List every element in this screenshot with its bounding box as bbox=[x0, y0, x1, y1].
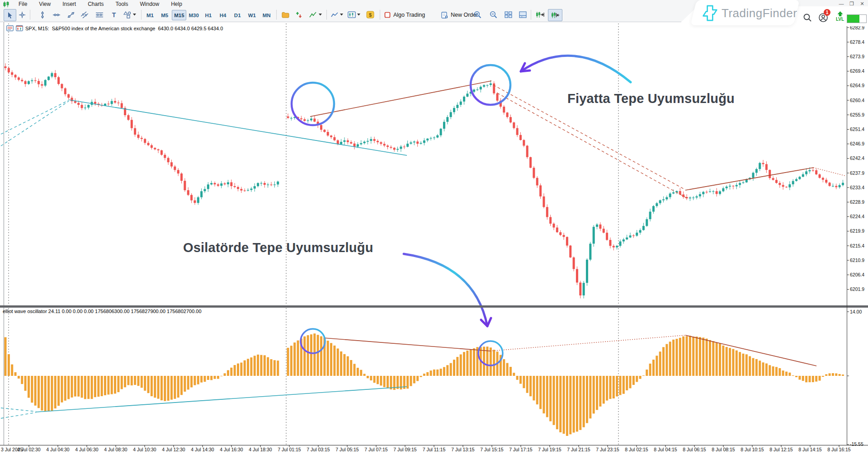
svg-text:8 Jul 12:15: 8 Jul 12:15 bbox=[769, 447, 793, 452]
price-tick-label: 6278.4 bbox=[850, 39, 864, 45]
timeframe-mn[interactable]: MN bbox=[259, 10, 274, 20]
trendline-tool-button[interactable] bbox=[65, 9, 77, 20]
chart-title-row: SPX, M15: S&P500 index of the American s… bbox=[6, 25, 223, 31]
price-tick-label: 6269.4 bbox=[850, 68, 864, 74]
price-tick-label: 6206.4 bbox=[850, 272, 864, 277]
svg-text:4 Jul 12:30: 4 Jul 12:30 bbox=[162, 447, 185, 452]
zoom-in-button[interactable] bbox=[471, 9, 484, 20]
panel-separator[interactable] bbox=[0, 305, 868, 308]
chevron-down-icon bbox=[319, 14, 322, 16]
toolbar-separator bbox=[30, 10, 30, 19]
minimize-button[interactable]: — bbox=[838, 0, 844, 7]
price-tick-label: 6273.9 bbox=[850, 54, 864, 59]
price-tick-label: 6237.9 bbox=[850, 170, 864, 176]
svg-text:-15.55: -15.55 bbox=[850, 441, 863, 447]
timeframe-m1[interactable]: M1 bbox=[143, 10, 157, 20]
chevron-down-icon bbox=[340, 14, 343, 16]
price-tick-label: 6264.9 bbox=[850, 83, 864, 88]
svg-text:4 Jul 16:30: 4 Jul 16:30 bbox=[220, 447, 243, 452]
divergence-lines[interactable] bbox=[1, 81, 845, 418]
oscillator-label: elliot wave oscillator 24.11 0.00 0.00 0… bbox=[3, 309, 202, 314]
candle-chart-type-button[interactable] bbox=[346, 9, 362, 20]
profiles-arrows-icon[interactable] bbox=[293, 9, 306, 20]
svg-text:4 Jul 08:30: 4 Jul 08:30 bbox=[104, 447, 127, 452]
auto-scroll-button[interactable] bbox=[533, 9, 546, 20]
menu-file[interactable]: File bbox=[13, 1, 33, 7]
level-progress-fill bbox=[847, 15, 859, 23]
tradingfinder-logo-icon bbox=[702, 5, 718, 22]
chart-canvas[interactable]: 6282.96278.46273.96269.46264.96260.46255… bbox=[0, 22, 868, 454]
timeframe-h4[interactable]: H4 bbox=[216, 10, 230, 20]
toolbar-separator bbox=[141, 10, 142, 19]
timeframe-m5[interactable]: M5 bbox=[157, 10, 172, 20]
svg-text:8 Jul 04:15: 8 Jul 04:15 bbox=[654, 447, 677, 452]
timeframe-d1[interactable]: D1 bbox=[230, 10, 245, 20]
svg-text:7 Jul 05:15: 7 Jul 05:15 bbox=[335, 447, 359, 452]
horizontal-line-tool-button[interactable] bbox=[51, 9, 62, 20]
vertical-line-tool-button[interactable] bbox=[37, 9, 48, 20]
menu-items: FileViewInsertChartsToolsWindowHelp bbox=[13, 1, 188, 7]
svg-text:7 Jul 19:15: 7 Jul 19:15 bbox=[538, 447, 561, 452]
watermark-icons: 1 LVL bbox=[800, 11, 868, 25]
line-chart-type-button[interactable] bbox=[329, 9, 344, 20]
fibonacci-tool-button[interactable] bbox=[94, 9, 105, 20]
algo-trading-icon bbox=[384, 12, 391, 18]
svg-text:7 Jul 21:15: 7 Jul 21:15 bbox=[567, 447, 590, 452]
toolbar-separator bbox=[326, 10, 327, 19]
tile-windows-button[interactable] bbox=[502, 9, 514, 20]
svg-text:7 Jul 13:15: 7 Jul 13:15 bbox=[451, 447, 475, 452]
new-order-icon bbox=[441, 11, 448, 19]
price-tick-label: 6219.9 bbox=[850, 228, 864, 234]
price-tick-label: 6246.9 bbox=[850, 141, 864, 146]
crosshair-tool-button[interactable] bbox=[16, 9, 28, 20]
chevron-down-icon bbox=[133, 14, 136, 16]
price-scale[interactable] bbox=[847, 22, 849, 445]
currency-button[interactable]: $ bbox=[364, 9, 376, 20]
shapes-tool-button[interactable] bbox=[122, 9, 138, 20]
menu-view[interactable]: View bbox=[33, 1, 57, 7]
svg-text:8 Jul 16:15: 8 Jul 16:15 bbox=[827, 447, 851, 452]
svg-text:8 Jul 14:15: 8 Jul 14:15 bbox=[798, 447, 822, 452]
menu-charts[interactable]: Charts bbox=[82, 1, 109, 7]
mt5-logo-icon bbox=[3, 1, 10, 7]
price-tick-label: 6260.4 bbox=[850, 98, 864, 103]
zoom-out-button[interactable] bbox=[487, 9, 500, 20]
menu-tools[interactable]: Tools bbox=[110, 1, 134, 7]
price-tick-label: 6228.9 bbox=[850, 199, 864, 205]
window-layout-button[interactable] bbox=[516, 9, 529, 20]
quotes-list-icon bbox=[6, 25, 14, 31]
algo-trading-button[interactable]: Algo Trading bbox=[384, 9, 425, 20]
price-tick-label: 6233.4 bbox=[850, 185, 864, 190]
menu-help[interactable]: Help bbox=[165, 1, 188, 7]
timeframe-m15[interactable]: M15 bbox=[172, 10, 186, 20]
restore-button[interactable]: ❐ bbox=[849, 0, 855, 7]
chart-shift-button[interactable] bbox=[548, 9, 562, 21]
channel-tool-button[interactable] bbox=[79, 9, 90, 20]
cursor-tool-button[interactable] bbox=[4, 9, 16, 21]
text-tool-button[interactable]: T bbox=[108, 9, 120, 20]
price-tick-label: 6201.9 bbox=[850, 286, 864, 292]
timeframe-h1[interactable]: H1 bbox=[201, 10, 216, 20]
timeframe-m30[interactable]: M30 bbox=[187, 10, 201, 20]
menu-window[interactable]: Window bbox=[134, 1, 165, 7]
svg-text:8 Jul 08:15: 8 Jul 08:15 bbox=[712, 447, 735, 452]
close-button[interactable]: ✕ bbox=[859, 0, 865, 7]
divergence-circles[interactable] bbox=[292, 65, 510, 365]
brand-name: TradingFinder bbox=[722, 6, 797, 20]
toolbar-separator bbox=[380, 10, 380, 19]
svg-text:7 Jul 11:15: 7 Jul 11:15 bbox=[423, 447, 446, 452]
window-controls: — ❐ ✕ bbox=[838, 0, 865, 7]
menu-insert[interactable]: Insert bbox=[57, 1, 82, 7]
svg-text:8 Jul 02:15: 8 Jul 02:15 bbox=[625, 447, 648, 452]
open-file-button[interactable] bbox=[279, 9, 292, 20]
svg-text:14.00: 14.00 bbox=[850, 309, 862, 314]
search-icon[interactable] bbox=[803, 13, 812, 22]
svg-text:7 Jul 15:15: 7 Jul 15:15 bbox=[480, 447, 504, 452]
chart-title: SPX, M15: S&P500 index of the American s… bbox=[25, 26, 223, 31]
svg-text:7 Jul 09:15: 7 Jul 09:15 bbox=[393, 447, 417, 452]
indicators-button[interactable] bbox=[307, 9, 324, 20]
annotation-price-divergence: Fiyatta Tepe Uyumsuzluğu bbox=[567, 91, 735, 106]
toolbar-separator bbox=[531, 10, 531, 19]
timeframe-w1[interactable]: W1 bbox=[245, 10, 259, 20]
oscillator-bars bbox=[5, 333, 844, 436]
